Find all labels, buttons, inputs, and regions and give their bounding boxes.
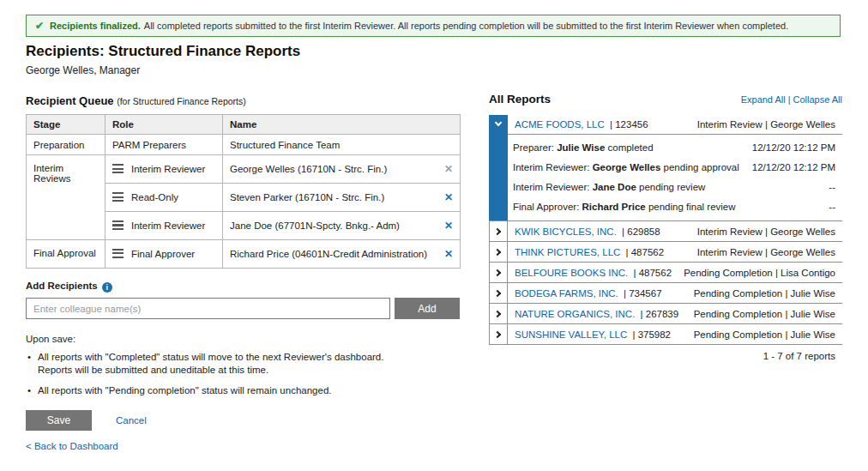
remove-recipient-icon[interactable]: ✕ [439, 220, 453, 232]
expand-report-button[interactable] [489, 263, 508, 282]
name-cell: George Welles (16710N - Strc. Fin.)✕ [223, 155, 461, 184]
report-detail-row: Preparer: Julie Wise completed 12/12/20 … [513, 137, 835, 157]
reports-list: ACME FOODS, LLC | 123456 Interim Review … [489, 115, 842, 361]
report-row: KWIK BICYCLES, INC. | 629858 Interim Rev… [508, 221, 842, 241]
report-number: | 375982 [632, 329, 671, 340]
expand-report-button[interactable] [489, 324, 508, 344]
report-status: Pending Completion | Julie Wise [694, 329, 835, 340]
link-separator: | [788, 94, 791, 105]
chevron-down-icon [495, 119, 502, 126]
name-cell: Richard Price (04601N-Credit Administrat… [223, 240, 461, 269]
role-cell: Read-Only [105, 184, 223, 212]
company-link[interactable]: SUNSHINE VALLEY, LLC [515, 329, 627, 340]
reports-count: 1 - 7 of 7 reports [489, 345, 842, 361]
detail-label: Final Approver: [513, 202, 579, 212]
role-label: Interim Reviewer [131, 220, 205, 231]
report-number: | 487562 [626, 247, 665, 257]
detail-time: -- [829, 182, 835, 192]
expand-report-button[interactable] [489, 221, 508, 241]
remove-recipient-icon: ✕ [439, 163, 453, 175]
company-link[interactable]: THINK PICTURES, LLC [515, 247, 620, 257]
expand-collapse-links: Expand All|Collapse All [741, 94, 842, 105]
drag-handle-icon[interactable] [112, 220, 124, 230]
remove-recipient-icon[interactable]: ✕ [439, 248, 453, 260]
info-icon[interactable]: i [102, 282, 112, 293]
bullet-line: Reports will be submitted and uneditable… [38, 364, 460, 377]
add-recipients-row: Add [26, 298, 460, 319]
detail-time: 12/12/20 12:12 PM [752, 142, 835, 153]
expand-all-link[interactable]: Expand All [741, 94, 786, 105]
report-number: | 487562 [633, 268, 672, 278]
role-cell: Interim Reviewer [105, 212, 223, 240]
upon-save-bullet-1: All reports with "Completed" status will… [26, 351, 460, 377]
detail-label: Interim Reviewer: [513, 182, 589, 192]
add-button[interactable]: Add [395, 298, 460, 319]
expand-report-button[interactable] [489, 242, 508, 262]
role-cell: Final Approver [105, 240, 223, 269]
company-link[interactable]: NATURE ORGANICS, INC. [515, 309, 635, 319]
report-details: Preparer: Julie Wise completed 12/12/20 … [508, 135, 842, 220]
success-banner: ✔ Recipients finalized. All completed re… [26, 15, 841, 37]
table-row: Final Approval Final Approver Richard Pr… [27, 240, 461, 269]
drag-handle-icon[interactable] [112, 249, 124, 258]
chevron-right-icon [494, 310, 501, 317]
company-link[interactable]: ACME FOODS, LLC [515, 119, 605, 130]
column-header-role: Role [105, 115, 223, 135]
save-button[interactable]: Save [26, 410, 92, 431]
drag-handle-icon[interactable] [112, 164, 124, 173]
detail-time: 12/12/20 12:12 PM [752, 162, 835, 172]
recipient-name: George Welles (16710N - Strc. Fin.) [230, 164, 439, 174]
upon-save-heading: Upon save: [26, 334, 460, 344]
name-cell: Structured Finance Team [223, 135, 461, 155]
report-item: BELFOURE BOOKS INC. | 487562 Pending Com… [489, 263, 842, 283]
table-row: Preparation PARM Preparers Structured Fi… [27, 135, 461, 155]
role-label: Final Approver [131, 249, 195, 259]
detail-status: completed [608, 142, 654, 153]
company-link[interactable]: BELFOURE BOOKS INC. [515, 268, 628, 278]
page: ✔ Recipients finalized. All completed re… [0, 0, 868, 471]
bullet-line: All reports with "Pending completion" st… [38, 384, 460, 397]
collapse-all-link[interactable]: Collapse All [793, 94, 842, 105]
chevron-right-icon [494, 289, 501, 296]
detail-name: Jane Doe [593, 182, 636, 192]
report-row: NATURE ORGANICS, INC. | 267839 Pending C… [508, 304, 842, 323]
check-icon: ✔ [35, 20, 44, 32]
all-reports-header: All Reports Expand All|Collapse All [489, 93, 842, 106]
drag-handle-icon[interactable] [112, 192, 124, 202]
recipient-queue-section: Recipient Queue (for Structured Finance … [26, 94, 460, 431]
expand-report-button[interactable] [489, 283, 508, 303]
table-row: Interim Reviews Interim Reviewer George … [27, 155, 461, 184]
recipient-queue-table: Stage Role Name Preparation PARM Prepare… [26, 114, 461, 269]
add-recipients-input[interactable] [26, 298, 390, 319]
report-status: Interim Review | George Welles [697, 119, 835, 130]
stage-cell: Interim Reviews [27, 155, 105, 240]
name-cell: Jane Doe (67701N-Spcty. Bnkg.- Adm)✕ [223, 212, 461, 240]
report-status: Pending Completion | Julie Wise [694, 309, 835, 319]
page-title: Recipients: Structured Finance Reports [26, 43, 300, 60]
report-row: BODEGA FARMS, INC. | 734567 Pending Comp… [508, 283, 842, 303]
report-row: SUNSHINE VALLEY, LLC | 375982 Pending Co… [508, 324, 842, 344]
detail-name: George Welles [593, 162, 661, 172]
recipient-name: Richard Price (04601N-Credit Administrat… [230, 249, 439, 259]
detail-name: Richard Price [582, 202, 646, 212]
report-item: BODEGA FARMS, INC. | 734567 Pending Comp… [489, 283, 842, 304]
report-status: Pending Completion | Julie Wise [694, 288, 835, 299]
upon-save-bullet-2: All reports with "Pending completion" st… [26, 384, 460, 397]
remove-recipient-icon[interactable]: ✕ [439, 191, 453, 203]
chevron-right-icon [494, 330, 501, 337]
chevron-right-icon [494, 227, 501, 234]
banner-title: Recipients finalized. [50, 21, 141, 31]
report-row: ACME FOODS, LLC | 123456 Interim Review … [508, 115, 842, 135]
company-link[interactable]: KWIK BICYCLES, INC. [515, 226, 617, 237]
detail-label: Interim Reviewer: [513, 162, 589, 172]
expand-report-button[interactable] [489, 304, 508, 323]
report-status: Interim Review | George Welles [697, 226, 835, 237]
recipient-name: Steven Parker (16710N - Strc. Fin.) [230, 192, 439, 202]
cancel-link[interactable]: Cancel [116, 415, 147, 426]
back-to-dashboard-link[interactable]: < Back to Dashboard [26, 441, 118, 451]
company-link[interactable]: BODEGA FARMS, INC. [515, 288, 618, 299]
collapse-report-button[interactable] [489, 115, 508, 220]
chevron-right-icon [494, 269, 501, 275]
report-detail-row: Interim Reviewer: George Welles pending … [513, 157, 835, 177]
report-row: THINK PICTURES, LLC | 487562 Interim Rev… [508, 242, 842, 262]
